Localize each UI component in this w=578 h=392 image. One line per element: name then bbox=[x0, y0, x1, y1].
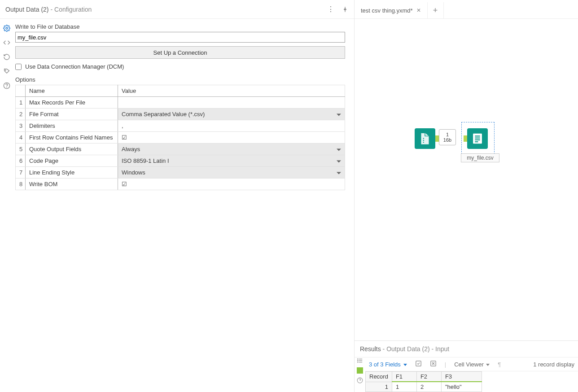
option-name: Quote Output Fields bbox=[26, 144, 118, 155]
options-label: Options bbox=[15, 76, 345, 83]
option-name: Delimiters bbox=[26, 120, 118, 132]
option-name: Line Ending Style bbox=[26, 167, 118, 179]
options-table: Name Value 1Max Records Per File2File Fo… bbox=[15, 85, 345, 190]
results-col-record[interactable]: Record bbox=[366, 372, 392, 382]
record-count-label: 1 record display bbox=[533, 361, 574, 368]
svg-rect-4 bbox=[423, 138, 424, 139]
close-box-icon[interactable] bbox=[430, 360, 437, 368]
help-small-icon[interactable] bbox=[357, 377, 363, 383]
workflow-canvas[interactable]: 1 16b my_file.csv bbox=[355, 19, 578, 340]
svg-point-3 bbox=[7, 87, 7, 87]
svg-rect-6 bbox=[423, 142, 424, 143]
file-path-input[interactable] bbox=[15, 32, 345, 43]
option-value[interactable]: Comma Separated Value (*.csv) bbox=[118, 109, 345, 120]
fields-dropdown[interactable]: 3 of 3 Fields bbox=[369, 361, 407, 368]
refresh-icon[interactable] bbox=[3, 53, 11, 61]
results-row[interactable]: 1 1 2 "hello" bbox=[366, 382, 482, 392]
tag-icon[interactable] bbox=[3, 67, 11, 75]
cell-viewer-dropdown[interactable]: Cell Viewer bbox=[454, 361, 490, 368]
svg-point-1 bbox=[5, 70, 6, 70]
output-tool-label: my_file.csv bbox=[461, 153, 499, 162]
dcm-checkbox[interactable] bbox=[15, 64, 22, 70]
config-side-tabs bbox=[0, 19, 13, 392]
option-name: Write BOM bbox=[26, 179, 118, 190]
config-subtitle: - Configuration bbox=[51, 6, 92, 13]
results-col-f3[interactable]: F3 bbox=[441, 372, 482, 382]
results-toolbar: 3 of 3 Fields | Cell Viewer ¶ bbox=[365, 357, 578, 371]
results-header: Results - Output Data (2) - Input bbox=[355, 341, 578, 357]
svg-point-0 bbox=[6, 27, 8, 29]
pin-icon[interactable] bbox=[341, 5, 350, 14]
kebab-menu-icon[interactable]: ⋮ bbox=[326, 5, 335, 14]
help-icon[interactable] bbox=[3, 82, 11, 90]
tab-label: test csv thing.yxmd* bbox=[361, 7, 413, 14]
list-icon[interactable] bbox=[357, 357, 363, 364]
write-label: Write to File or Database bbox=[15, 23, 345, 30]
input-data-tool[interactable] bbox=[415, 128, 435, 149]
results-side-icons bbox=[355, 357, 365, 392]
option-value[interactable]: ☑ bbox=[118, 179, 345, 190]
option-name: Code Page bbox=[26, 155, 118, 167]
code-icon[interactable] bbox=[3, 39, 11, 47]
option-value[interactable]: , bbox=[118, 120, 345, 132]
connection-info[interactable]: 1 16b bbox=[439, 129, 456, 145]
config-header: Output Data (2) - Configuration ⋮ bbox=[0, 0, 354, 19]
check-icon[interactable] bbox=[415, 360, 422, 368]
svg-point-13 bbox=[358, 362, 358, 362]
svg-point-11 bbox=[358, 359, 358, 359]
col-name: Name bbox=[26, 85, 118, 97]
setup-connection-button[interactable]: Set Up a Connection bbox=[15, 46, 345, 59]
option-value[interactable]: ISO 8859-1 Latin I bbox=[118, 155, 345, 167]
option-value[interactable]: ☑ bbox=[118, 132, 345, 144]
results-col-f1[interactable]: F1 bbox=[392, 372, 416, 382]
col-value: Value bbox=[118, 85, 345, 97]
output-data-tool[interactable] bbox=[467, 128, 488, 149]
option-name: Max Records Per File bbox=[26, 97, 118, 109]
svg-point-12 bbox=[358, 360, 358, 361]
option-value[interactable]: Always bbox=[118, 144, 345, 155]
option-name: File Format bbox=[26, 109, 118, 120]
svg-rect-5 bbox=[423, 140, 424, 141]
close-icon[interactable]: ✕ bbox=[416, 7, 421, 13]
pilcrow-icon[interactable]: ¶ bbox=[498, 361, 501, 368]
workflow-tab-bar: test csv thing.yxmd* ✕ + bbox=[355, 0, 578, 19]
gear-icon[interactable] bbox=[3, 24, 11, 32]
option-name: First Row Contains Field Names bbox=[26, 132, 118, 144]
results-table[interactable]: Record F1 F2 F3 1 1 2 "hello" bbox=[365, 371, 482, 392]
new-tab-button[interactable]: + bbox=[428, 2, 444, 18]
results-col-f2[interactable]: F2 bbox=[416, 372, 441, 382]
input-anchor-icon[interactable] bbox=[357, 367, 363, 374]
option-value[interactable]: Windows bbox=[118, 167, 345, 179]
workflow-tab[interactable]: test csv thing.yxmd* ✕ bbox=[355, 2, 428, 18]
config-title: Output Data (2) bbox=[5, 6, 49, 13]
dcm-label: Use Data Connection Manager (DCM) bbox=[25, 63, 124, 70]
option-value[interactable] bbox=[118, 97, 345, 109]
svg-rect-15 bbox=[416, 361, 421, 366]
